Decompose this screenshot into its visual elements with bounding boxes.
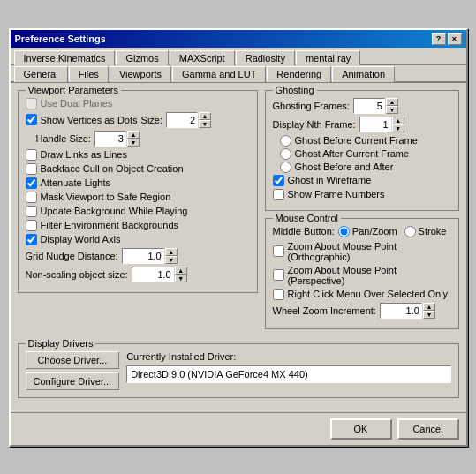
tab-maxscript[interactable]: MAXScript (170, 50, 235, 65)
handle-size-spin: 3 ▲ ▼ (94, 131, 140, 147)
non-scaling-row: Non-scaling object size: 1.0 ▲ ▼ (26, 267, 250, 282)
tab-viewports[interactable]: Viewports (110, 66, 171, 82)
tab-general[interactable]: General (14, 66, 68, 82)
tab-files[interactable]: Files (69, 66, 109, 82)
tab-mental-ray[interactable]: mental ray (296, 50, 360, 65)
ghosting-frames-label: Ghosting Frames: (273, 101, 350, 111)
update-background-row: Update Background While Playing (26, 206, 250, 217)
right-click-label: Right Click Menu Over Selected Only (288, 289, 449, 299)
size-label: Size: (141, 115, 162, 125)
ghost-before-radio[interactable] (280, 135, 291, 147)
mask-viewport-label: Mask Viewport to Safe Region (41, 192, 171, 202)
use-dual-planes-row: Use Dual Planes (26, 98, 250, 109)
backface-cull-label: Backface Cull on Object Creation (41, 163, 184, 174)
use-dual-planes-checkbox[interactable] (26, 98, 37, 109)
tab-gizmos[interactable]: Gizmos (116, 50, 168, 65)
tab-rendering[interactable]: Rendering (267, 66, 331, 82)
size-input[interactable]: 2 (166, 112, 198, 128)
wheel-zoom-label: Wheel Zoom Increment: (273, 305, 376, 316)
grid-nudge-spin-buttons: ▲ ▼ (165, 248, 178, 264)
tab-animation[interactable]: Animation (332, 66, 395, 82)
zoom-ortho-row: Zoom About Mouse Point (Orthographic) (273, 241, 451, 262)
display-drivers-group: Display Drivers Choose Driver... Configu… (18, 343, 459, 398)
close-button[interactable]: × (448, 33, 462, 45)
ghost-both-radio[interactable] (280, 162, 291, 173)
show-frame-numbers-checkbox[interactable] (273, 189, 284, 200)
non-scaling-label: Non-scaling object size: (26, 269, 128, 280)
titlebar: Preference Settings ? × (11, 30, 466, 48)
handle-size-down[interactable]: ▼ (127, 139, 140, 147)
grid-nudge-up[interactable]: ▲ (165, 248, 178, 256)
handle-size-up[interactable]: ▲ (127, 131, 140, 139)
right-click-checkbox[interactable] (273, 289, 284, 300)
tab-inverse-kinematics[interactable]: Inverse Kinematics (14, 50, 116, 65)
ghost-after-radio[interactable] (280, 148, 291, 160)
wheel-zoom-down[interactable]: ▼ (423, 311, 435, 319)
mask-viewport-row: Mask Viewport to Safe Region (26, 192, 250, 203)
grid-nudge-label: Grid Nudge Distance: (26, 251, 118, 261)
zoom-ortho-checkbox[interactable] (273, 245, 284, 257)
driver-buttons: Choose Driver... Configure Driver... (26, 351, 120, 390)
non-scaling-input[interactable]: 1.0 (132, 267, 174, 282)
mask-viewport-checkbox[interactable] (26, 192, 37, 203)
wheel-zoom-input[interactable]: 1.0 (380, 303, 422, 319)
pan-zoom-label: Pan/Zoom (352, 226, 397, 237)
choose-driver-button[interactable]: Choose Driver... (26, 351, 120, 369)
ghost-before-row: Ghost Before Current Frame (273, 135, 451, 147)
ghost-both-row: Ghost Before and After (273, 162, 451, 173)
show-frame-numbers-row: Show Frame Numbers (273, 189, 451, 200)
viewport-params-group: Viewport Parameters Use Dual Planes Show… (18, 90, 258, 293)
attenuate-lights-row: Attenuate Lights (26, 177, 250, 189)
help-button[interactable]: ? (432, 33, 446, 45)
display-nth-down[interactable]: ▼ (392, 124, 404, 132)
tab-gamma-lut[interactable]: Gamma and LUT (172, 66, 266, 82)
installed-driver-value: Direct3D 9.0 (NVIDIA GeForce4 MX 440) (126, 365, 450, 383)
draw-links-checkbox[interactable] (26, 149, 37, 161)
middle-button-radio-group: Pan/Zoom Stroke (338, 226, 447, 237)
grid-nudge-input[interactable]: 1.0 (122, 248, 164, 264)
cancel-button[interactable]: Cancel (397, 418, 459, 440)
configure-driver-button[interactable]: Configure Driver... (26, 372, 120, 390)
display-nth-spin-buttons: ▲ ▼ (392, 117, 404, 132)
display-nth-label: Display Nth Frame: (273, 119, 356, 130)
show-vertices-checkbox[interactable] (26, 114, 37, 125)
backface-cull-checkbox[interactable] (26, 163, 37, 175)
wheel-zoom-up[interactable]: ▲ (423, 303, 435, 311)
driver-info: Currently Installed Driver: Direct3D 9.0… (126, 351, 450, 383)
size-spin-up[interactable]: ▲ (199, 112, 211, 120)
wheel-zoom-spin: 1.0 ▲ ▼ (380, 303, 435, 319)
mouse-control-group: Mouse Control Middle Button: Pan/Zoom St… (265, 218, 459, 329)
display-nth-up[interactable]: ▲ (392, 117, 404, 124)
stroke-radio[interactable] (404, 226, 416, 237)
ghosting-group: Ghosting Ghosting Frames: 5 ▲ ▼ Display … (265, 90, 459, 211)
non-scaling-down[interactable]: ▼ (175, 275, 187, 282)
pan-zoom-radio[interactable] (338, 226, 350, 237)
left-panel: Viewport Parameters Use Dual Planes Show… (18, 90, 258, 336)
zoom-persp-checkbox[interactable] (273, 269, 284, 281)
size-spin-down[interactable]: ▼ (199, 120, 211, 128)
tab-radiosity[interactable]: Radiosity (236, 50, 295, 65)
filter-environment-row: Filter Environment Backgrounds (26, 220, 250, 231)
ghosting-frames-up[interactable]: ▲ (386, 98, 398, 106)
zoom-ortho-label: Zoom About Mouse Point (Orthographic) (288, 241, 451, 262)
zoom-persp-row: Zoom About Mouse Point (Perspective) (273, 265, 451, 286)
display-world-axis-checkbox[interactable] (26, 234, 37, 245)
non-scaling-up[interactable]: ▲ (175, 267, 187, 275)
handle-size-input[interactable]: 3 (94, 131, 126, 147)
right-panel: Ghosting Ghosting Frames: 5 ▲ ▼ Display … (265, 90, 459, 336)
ghosting-frames-down[interactable]: ▼ (386, 106, 398, 114)
display-nth-input[interactable]: 1 (359, 117, 391, 132)
filter-environment-checkbox[interactable] (26, 220, 37, 231)
grid-nudge-down[interactable]: ▼ (165, 256, 178, 264)
ghost-wireframe-checkbox[interactable] (273, 175, 284, 186)
display-nth-row: Display Nth Frame: 1 ▲ ▼ (273, 117, 451, 132)
update-background-checkbox[interactable] (26, 206, 37, 217)
ghosting-title: Ghosting (273, 85, 317, 95)
attenuate-lights-checkbox[interactable] (26, 177, 37, 189)
ghost-both-label: Ghost Before and After (295, 162, 394, 172)
size-spin-buttons: ▲ ▼ (199, 112, 211, 128)
ghosting-frames-input[interactable]: 5 (353, 98, 385, 114)
handle-size-label: Handle Size: (36, 133, 91, 144)
ok-button[interactable]: OK (330, 418, 392, 440)
ghosting-frames-spin: 5 ▲ ▼ (353, 98, 398, 114)
